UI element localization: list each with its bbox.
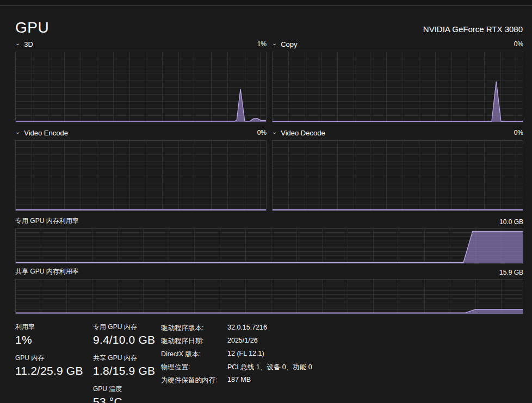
- stat-value: 1%: [15, 333, 93, 346]
- stat-value: 53 °C: [93, 395, 161, 403]
- stat-label: GPU 温度: [93, 385, 161, 394]
- task-manager-gpu-page: GPU NVIDIA GeForce RTX 3080 ⌄ 3D 1% ⌄ Co…: [0, 0, 532, 403]
- detail-value: 32.0.15.7216: [227, 324, 312, 333]
- detail-label: DirectX 版本:: [161, 350, 227, 359]
- detail-label: 物理位置:: [161, 363, 227, 372]
- stat-dedicated-memory: 专用 GPU 内存 9.4/10.0 GB: [93, 323, 161, 346]
- chart-value-video-encode: 0%: [257, 129, 267, 137]
- chart-pane-video-encode: ⌄ Video Encode 0%: [15, 127, 267, 211]
- chart-dedicated-memory[interactable]: [15, 228, 523, 264]
- stat-value: 9.4/10.0 GB: [93, 333, 161, 346]
- header-row: GPU NVIDIA GeForce RTX 3080: [15, 11, 523, 35]
- chart-label-copy: Copy: [281, 40, 297, 48]
- detail-label: 驱动程序日期:: [161, 337, 227, 346]
- stat-label: 利用率: [15, 323, 93, 332]
- chart-label-3d: 3D: [24, 40, 33, 48]
- chart-value-copy: 0%: [514, 40, 523, 48]
- stat-value: 1.8/15.9 GB: [93, 364, 161, 377]
- chart-copy[interactable]: [272, 52, 523, 122]
- detail-value: PCI 总线 1、设备 0、功能 0: [227, 363, 312, 372]
- top-divider: [0, 0, 532, 6]
- stat-label: 专用 GPU 内存: [93, 323, 161, 332]
- chart-shared-memory[interactable]: [15, 279, 523, 314]
- shared-memory-section: 共享 GPU 内存利用率 15.9 GB: [15, 268, 523, 314]
- detail-value: 2025/1/26: [227, 337, 312, 346]
- chart-label-video-decode: Video Decode: [281, 129, 325, 137]
- detail-value: 12 (FL 12.1): [227, 350, 312, 359]
- chevron-down-icon[interactable]: ⌄: [15, 129, 20, 135]
- chart-pane-copy: ⌄ Copy 0%: [272, 39, 523, 122]
- stat-utilization: 利用率 1%: [15, 323, 93, 346]
- chart-pane-video-decode: ⌄ Video Decode 0%: [272, 127, 523, 211]
- chart-video-encode[interactable]: [15, 140, 267, 211]
- detail-label: 驱动程序版本:: [161, 324, 227, 333]
- page-title: GPU: [15, 20, 49, 35]
- stat-gpu-memory: GPU 内存 11.2/25.9 GB: [15, 354, 93, 377]
- dedicated-memory-section: 专用 GPU 内存利用率 10.0 GB: [15, 218, 523, 264]
- stat-shared-memory: 共享 GPU 内存 1.8/15.9 GB: [93, 354, 161, 377]
- shared-memory-capacity: 15.9 GB: [499, 269, 523, 276]
- chevron-down-icon[interactable]: ⌄: [272, 40, 277, 46]
- chevron-down-icon[interactable]: ⌄: [272, 129, 277, 135]
- stat-value: 11.2/25.9 GB: [15, 364, 93, 377]
- stat-label: 共享 GPU 内存: [93, 354, 161, 363]
- stat-temperature: GPU 温度 53 °C: [93, 385, 161, 403]
- chart-video-decode[interactable]: [272, 140, 523, 211]
- dedicated-memory-label: 专用 GPU 内存利用率: [15, 216, 79, 226]
- driver-details: 驱动程序版本: 32.0.15.7216 驱动程序日期: 2025/1/26 D…: [161, 324, 312, 403]
- detail-value: 187 MB: [227, 376, 312, 385]
- chevron-down-icon[interactable]: ⌄: [15, 40, 20, 46]
- dedicated-memory-capacity: 10.0 GB: [499, 218, 523, 226]
- chart-3d[interactable]: [15, 52, 267, 122]
- chart-pane-3d: ⌄ 3D 1%: [15, 39, 267, 122]
- stats-section: 利用率 1% GPU 内存 11.2/25.9 GB 专用 GPU 内存 9.4…: [15, 323, 523, 403]
- shared-memory-label: 共享 GPU 内存利用率: [15, 267, 79, 276]
- chart-value-3d: 1%: [257, 40, 267, 48]
- chart-value-video-decode: 0%: [514, 129, 523, 137]
- stat-label: GPU 内存: [15, 354, 93, 363]
- gpu-device-name: NVIDIA GeForce RTX 3080: [423, 24, 523, 35]
- detail-label: 为硬件保留的内存:: [161, 376, 227, 385]
- chart-label-video-encode: Video Encode: [24, 129, 68, 137]
